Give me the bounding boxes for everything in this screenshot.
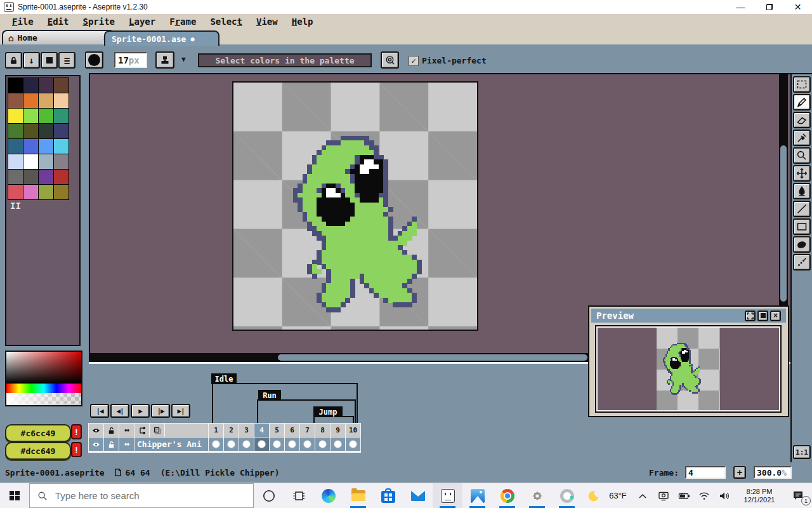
palette-swatch-10[interactable] [39, 109, 53, 123]
rectangle-tool-button[interactable] [793, 218, 811, 235]
start-button[interactable] [0, 483, 29, 508]
taskbar-aseprite[interactable] [433, 483, 462, 508]
brush-preview-button[interactable] [85, 51, 103, 69]
lower-layer-button[interactable]: ↓ [23, 52, 40, 69]
duplicate-header[interactable] [150, 424, 164, 437]
last-frame-button[interactable]: ▶| [171, 404, 190, 418]
palette-swatch-23[interactable] [54, 154, 69, 169]
palette-swatch-27[interactable] [54, 170, 69, 184]
next-frame-button[interactable]: |▶ [151, 404, 170, 418]
taskbar-store[interactable] [373, 483, 403, 508]
palette-swatch-16[interactable] [8, 139, 23, 154]
frame-input[interactable] [685, 466, 726, 479]
menu-edit[interactable]: Edit [41, 17, 76, 27]
lock-button[interactable] [5, 52, 22, 69]
palette-swatch-0[interactable] [8, 78, 23, 93]
palette-swatch-2[interactable] [39, 78, 53, 93]
new-frame-button[interactable]: + [733, 466, 746, 479]
frame-header-6[interactable]: 6 [285, 424, 299, 437]
palette-swatch-12[interactable] [8, 124, 23, 138]
palette-swatch-29[interactable] [23, 185, 38, 199]
palette-swatch-21[interactable] [23, 154, 38, 169]
palette-swatch-24[interactable] [8, 170, 23, 184]
prev-frame-button[interactable]: ◀| [110, 404, 129, 418]
cel-frame-5[interactable] [270, 438, 284, 451]
taskbar-clock[interactable]: 8:28 PM 12/1/2021 [735, 483, 784, 508]
frame-header-2[interactable]: 2 [224, 424, 239, 437]
frame-header-9[interactable]: 9 [331, 424, 345, 437]
menu-sprite[interactable]: Sprite [75, 17, 122, 27]
palette-swatch-30[interactable] [39, 185, 53, 199]
tag-jump[interactable]: Jump [313, 406, 343, 417]
taskbar-search[interactable] [29, 483, 254, 508]
taskbar-mail[interactable] [403, 483, 433, 508]
taskbar-photos[interactable] [462, 483, 492, 508]
palette-swatch-9[interactable] [23, 109, 38, 123]
frame-header-1[interactable]: 1 [209, 424, 223, 437]
tab-sprite-0001[interactable]: Sprite-0001.ase ● [104, 30, 219, 46]
taskbar-chrome[interactable] [492, 483, 522, 508]
background-color-button[interactable]: #dcc649 [5, 442, 71, 460]
foreground-color-button[interactable]: #c6cc49 [5, 424, 71, 442]
cel-frame-4[interactable] [254, 438, 269, 451]
rectangular-marquee-tool-button[interactable] [793, 76, 811, 93]
preview-close-button[interactable]: × [770, 311, 781, 321]
hue-slider[interactable] [6, 384, 81, 393]
canvas[interactable] [232, 81, 478, 331]
eraser-tool-button[interactable] [793, 112, 811, 128]
layer-lock-toggle[interactable] [104, 438, 119, 451]
palette-swatch-20[interactable] [8, 154, 23, 169]
taskbar-cortana[interactable] [254, 483, 284, 508]
hand-tool-button[interactable] [793, 165, 811, 182]
palette-swatch-18[interactable] [39, 139, 53, 154]
palette-swatch-6[interactable] [39, 93, 53, 108]
vertical-scrollbar-thumb[interactable] [780, 145, 787, 302]
cel-frame-2[interactable] [224, 438, 239, 451]
ink-button[interactable] [155, 51, 174, 69]
palette-resize-handle[interactable]: II [10, 201, 21, 211]
tab-home[interactable]: ⌂ Home × [2, 30, 115, 44]
tag-run[interactable]: Run [258, 390, 281, 401]
line-tool-button[interactable] [793, 201, 811, 217]
weather-moon[interactable] [582, 483, 604, 508]
notification-center[interactable]: 1 [784, 483, 812, 508]
palette-swatch-19[interactable] [54, 139, 69, 154]
layer-name[interactable]: Chipper's Ani [134, 438, 208, 451]
taskbar-file-explorer[interactable] [343, 483, 373, 508]
palette-swatch-28[interactable] [8, 185, 23, 199]
palette-swatch-14[interactable] [39, 124, 53, 138]
palette-swatch-8[interactable] [8, 109, 23, 123]
palette-swatch-31[interactable] [54, 185, 69, 199]
frame-header-3[interactable]: 3 [239, 424, 254, 437]
paint-bucket-tool-button[interactable] [793, 183, 811, 199]
timeline-zoom-button[interactable]: 1:1 [793, 445, 811, 459]
minimize-button[interactable]: — [726, 0, 755, 14]
palette-swatch-3[interactable] [54, 78, 69, 93]
tray-battery[interactable] [674, 483, 694, 508]
menu-view[interactable]: View [249, 17, 285, 27]
layer-visibility-header[interactable] [89, 424, 103, 437]
palette-swatch-17[interactable] [23, 139, 38, 154]
frame-header-7[interactable]: 7 [300, 424, 315, 437]
alpha-slider[interactable] [6, 393, 81, 405]
cel-frame-3[interactable] [239, 438, 254, 451]
preview-titlebar[interactable]: Preview × [591, 309, 786, 323]
timeline[interactable]: ●● 12345678910 ●● Chipper's Ani [88, 423, 361, 453]
taskbar-edge[interactable] [313, 483, 343, 508]
palette-swatch-1[interactable] [23, 78, 38, 93]
layer-onion-toggle[interactable]: ●● [119, 438, 134, 451]
tray-volume[interactable] [714, 483, 735, 508]
frame-header-10[interactable]: 10 [346, 424, 360, 437]
taskbar-setup[interactable] [522, 483, 552, 508]
tag-idle[interactable]: Idle [211, 373, 237, 384]
tray-wifi[interactable] [694, 483, 714, 508]
jumble-tool-button[interactable] [793, 254, 811, 271]
cel-frame-10[interactable] [346, 438, 360, 451]
pixel-perfect-checkbox[interactable]: ✓ [409, 56, 419, 66]
symmetry-button[interactable] [381, 51, 399, 69]
palette-swatch-25[interactable] [23, 170, 38, 184]
tray-expand[interactable] [632, 483, 653, 508]
first-frame-button[interactable]: |◀ [90, 404, 109, 418]
eyedropper-tool-button[interactable] [793, 130, 811, 146]
background-warning-button[interactable]: ! [71, 442, 82, 457]
